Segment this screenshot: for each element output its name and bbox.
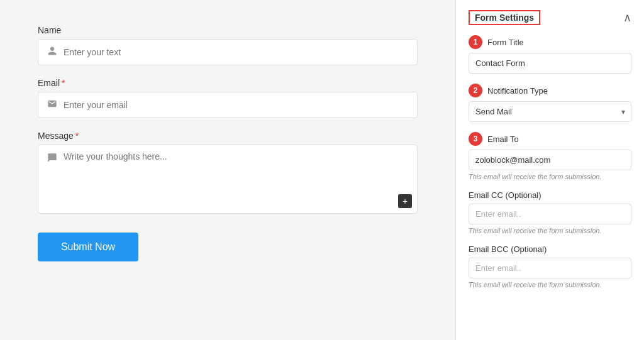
email-to-input[interactable] — [469, 150, 631, 170]
form-settings-panel: Form Settings ∧ 1 Form Title 2 Notificat… — [455, 0, 644, 340]
notification-type-section: 2 Notification Type Send Mail Email Only… — [469, 84, 631, 122]
message-label: Message* — [38, 131, 418, 141]
email-label: Email* — [38, 78, 418, 88]
email-cc-helper: This email will receive the form submiss… — [469, 227, 631, 234]
resize-handle[interactable]: + — [398, 194, 412, 208]
email-cc-input[interactable] — [469, 204, 631, 224]
name-label: Name — [38, 25, 418, 35]
email-to-label: Email To — [487, 134, 519, 144]
notification-type-select[interactable]: Send Mail Email Only None — [469, 101, 631, 122]
step-badge-3: 3 — [469, 132, 482, 146]
email-cc-section: Email CC (Optional) This email will rece… — [469, 190, 631, 234]
name-input[interactable] — [64, 47, 408, 57]
email-input-wrapper — [38, 92, 418, 118]
step-badge-2: 2 — [469, 84, 482, 97]
email-to-section: 3 Email To This email will receive the f… — [469, 132, 631, 180]
email-bcc-input[interactable] — [469, 258, 631, 278]
email-cc-label: Email CC (Optional) — [469, 190, 631, 200]
email-to-label-row: 3 Email To — [469, 132, 631, 146]
collapse-icon[interactable]: ∧ — [623, 11, 631, 25]
email-bcc-label: Email BCC (Optional) — [469, 244, 631, 254]
message-field-group: Message* + — [38, 131, 418, 214]
form-title-label-row: 1 Form Title — [469, 35, 631, 49]
panel-title: Form Settings — [469, 10, 540, 25]
notification-type-label: Notification Type — [487, 86, 548, 96]
submit-button[interactable]: Submit Now — [38, 233, 138, 261]
email-bcc-section: Email BCC (Optional) This email will rec… — [469, 244, 631, 288]
mail-icon — [47, 99, 57, 111]
email-to-helper: This email will receive the form submiss… — [469, 173, 631, 180]
message-textarea-wrapper: + — [38, 145, 418, 214]
notification-type-label-row: 2 Notification Type — [469, 84, 631, 97]
name-input-wrapper — [38, 39, 418, 65]
chat-icon — [47, 151, 57, 207]
name-field-group: Name — [38, 25, 418, 65]
form-title-label: Form Title — [487, 38, 524, 47]
step-badge-1: 1 — [469, 35, 482, 49]
person-icon — [47, 46, 57, 58]
email-input[interactable] — [64, 100, 408, 110]
form-title-input[interactable] — [469, 53, 631, 74]
message-textarea[interactable] — [64, 151, 408, 202]
form-title-section: 1 Form Title — [469, 35, 631, 74]
form-preview-panel: Name Email* Message* + — [0, 0, 455, 340]
email-field-group: Email* — [38, 78, 418, 118]
notification-type-select-wrapper: Send Mail Email Only None ▾ — [469, 101, 631, 122]
panel-header: Form Settings ∧ — [469, 10, 631, 25]
email-bcc-helper: This email will receive the form submiss… — [469, 281, 631, 288]
